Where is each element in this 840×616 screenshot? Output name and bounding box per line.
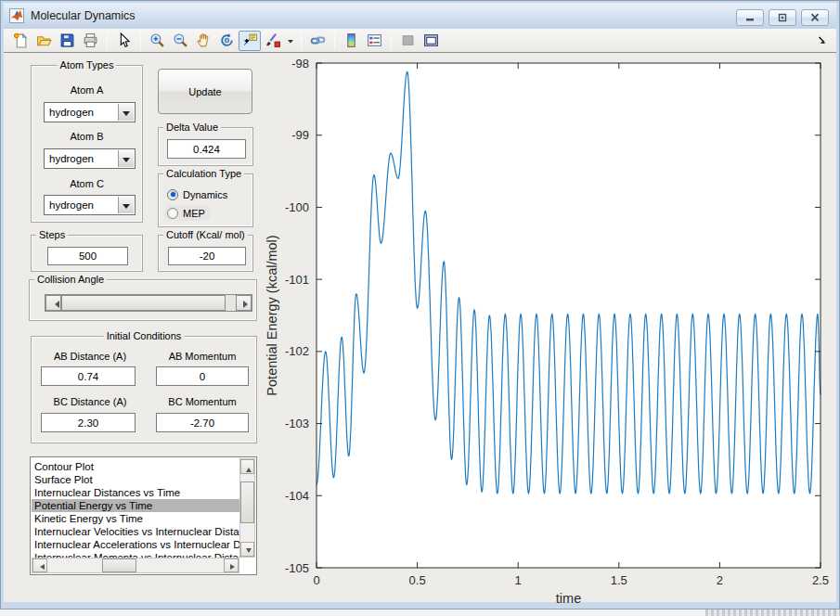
- ab-distance-field[interactable]: 0.74: [41, 366, 136, 386]
- atom-a-dropdown-arrow-icon[interactable]: [118, 104, 134, 121]
- cutoff-title: Cutoff (Kcal/ mol): [163, 229, 248, 241]
- hscroll-left-button[interactable]: [32, 558, 47, 572]
- atom-c-value: hydrogen: [49, 199, 94, 211]
- atom-b-value: hydrogen: [49, 153, 94, 164]
- radio-mep[interactable]: MEP: [164, 205, 211, 221]
- listbox-items: Contour PlotSurface PlotInternuclear Dis…: [32, 458, 239, 558]
- vscroll-up-button[interactable]: [240, 459, 254, 474]
- radio-dynamics-icon[interactable]: [167, 189, 178, 200]
- print-figure-icon: [83, 32, 98, 48]
- list-item[interactable]: Surface Plot: [32, 473, 239, 486]
- pan-button[interactable]: [192, 31, 214, 51]
- list-item[interactable]: Internuclear Velocities vs Internuclear …: [32, 525, 239, 538]
- slider-thumb[interactable]: [61, 295, 226, 311]
- rotate-3d-button[interactable]: [215, 31, 238, 51]
- potential-energy-plot[interactable]: 00.511.522.5-105-104-103-102-101-100-99-…: [265, 53, 840, 605]
- window-title: Molecular Dynamics: [31, 9, 136, 22]
- zoom-out-icon: [173, 32, 188, 48]
- atom-b-dropdown[interactable]: hydrogen: [44, 148, 136, 169]
- vscroll-down-button[interactable]: [240, 542, 254, 557]
- svg-text:0: 0: [313, 573, 319, 587]
- minimize-icon: [744, 13, 756, 22]
- bc-distance-field[interactable]: 2.30: [41, 413, 136, 432]
- hide-plot-tools-button[interactable]: [396, 31, 419, 51]
- data-cursor-button[interactable]: [239, 31, 261, 51]
- hscroll-thumb[interactable]: [102, 558, 136, 572]
- listbox-hscrollbar[interactable]: [32, 558, 239, 573]
- svg-text:0.5: 0.5: [409, 573, 426, 587]
- matlab-icon: [9, 8, 24, 23]
- open-file-button[interactable]: [32, 31, 55, 51]
- brush-dropdown-button[interactable]: [285, 31, 295, 51]
- calculation-type-panel: Calculation Type Dynamics MEP: [158, 173, 253, 227]
- bc-momentum-field[interactable]: -2.70: [156, 413, 249, 432]
- atom-c-dropdown-arrow-icon[interactable]: [118, 197, 134, 213]
- delta-value-field[interactable]: 0.424: [167, 139, 246, 159]
- steps-field[interactable]: 500: [47, 247, 128, 265]
- list-item[interactable]: Internuclear Momenta vs Internuclear Dis…: [32, 551, 239, 558]
- hscroll-right-button[interactable]: [224, 558, 239, 572]
- toolbar-separator: [334, 32, 335, 50]
- list-item[interactable]: Internuclear Accelerations vs Internucle…: [32, 538, 239, 551]
- slider-left-arrow-icon[interactable]: [45, 295, 61, 311]
- list-item[interactable]: Contour Plot: [32, 460, 239, 473]
- vscroll-thumb[interactable]: [240, 481, 254, 523]
- arrow-cursor-button[interactable]: [112, 31, 135, 51]
- close-button[interactable]: [801, 9, 829, 26]
- toolbar-overflow-button[interactable]: [816, 33, 829, 46]
- toolbar: [4, 29, 836, 53]
- pan-icon: [196, 32, 212, 48]
- save-figure-icon: [59, 32, 75, 48]
- link-plot-icon: [310, 32, 326, 48]
- cutoff-panel: Cutoff (Kcal/ mol) -20: [158, 235, 253, 272]
- svg-text:2.5: 2.5: [812, 573, 829, 587]
- insert-colorbar-icon: [343, 32, 359, 48]
- new-file-button[interactable]: [9, 31, 32, 51]
- open-file-icon: [36, 32, 52, 48]
- minimize-button[interactable]: [736, 9, 764, 26]
- insert-colorbar-button[interactable]: [340, 31, 362, 51]
- atom-c-dropdown[interactable]: hydrogen: [44, 195, 136, 215]
- bc-distance-label: BC Distance (A): [39, 396, 141, 407]
- arrow-cursor-icon: [116, 32, 132, 48]
- toolbar-separator: [391, 32, 392, 50]
- svg-text:Potential Energy (kcal/mol): Potential Energy (kcal/mol): [265, 235, 279, 395]
- list-item[interactable]: Kinetic Energy vs Time: [32, 512, 239, 525]
- atom-a-dropdown[interactable]: hydrogen: [44, 102, 136, 122]
- radio-mep-label: MEP: [183, 208, 205, 219]
- svg-text:-105: -105: [285, 561, 309, 575]
- insert-legend-button[interactable]: [363, 31, 385, 51]
- update-button[interactable]: Update: [158, 69, 252, 114]
- list-item[interactable]: Internuclear Distances vs Time: [32, 486, 239, 499]
- atom-c-label: Atom C: [32, 178, 142, 189]
- steps-panel: Steps 500: [31, 235, 143, 272]
- svg-text:2: 2: [717, 573, 723, 587]
- slider-right-arrow-icon[interactable]: [236, 295, 252, 311]
- collision-angle-slider[interactable]: [45, 294, 252, 312]
- zoom-out-button[interactable]: [169, 31, 191, 51]
- radio-dynamics-label: Dynamics: [183, 189, 227, 200]
- show-plot-tools-dock-button[interactable]: [420, 31, 442, 51]
- bc-momentum-label: BC Momentum: [154, 396, 251, 407]
- radio-dynamics[interactable]: Dynamics: [164, 186, 233, 202]
- title-bar[interactable]: Molecular Dynamics: [4, 3, 836, 29]
- toolbar-separator: [107, 32, 108, 50]
- ab-momentum-field[interactable]: 0: [156, 366, 249, 386]
- cutoff-field[interactable]: -20: [168, 247, 246, 265]
- save-figure-button[interactable]: [56, 31, 78, 51]
- plot-type-listbox[interactable]: Contour PlotSurface PlotInternuclear Dis…: [30, 456, 257, 575]
- list-item[interactable]: Potential Energy vs Time: [32, 499, 239, 512]
- hide-plot-tools-icon: [400, 32, 416, 48]
- radio-mep-icon[interactable]: [167, 208, 178, 219]
- atom-b-dropdown-arrow-icon[interactable]: [118, 150, 134, 167]
- link-plot-button[interactable]: [306, 31, 329, 51]
- show-plot-tools-dock-icon: [423, 32, 439, 48]
- zoom-in-button[interactable]: [146, 31, 168, 51]
- listbox-vscrollbar[interactable]: [239, 458, 255, 558]
- maximize-button[interactable]: [769, 9, 796, 26]
- collision-angle-panel: Collision Angle: [29, 279, 257, 321]
- print-figure-button[interactable]: [79, 31, 101, 51]
- svg-text:time: time: [556, 591, 581, 605]
- initial-conditions-panel: Initial Conditions AB Distance (A) AB Mo…: [31, 336, 257, 443]
- brush-button[interactable]: [262, 31, 284, 51]
